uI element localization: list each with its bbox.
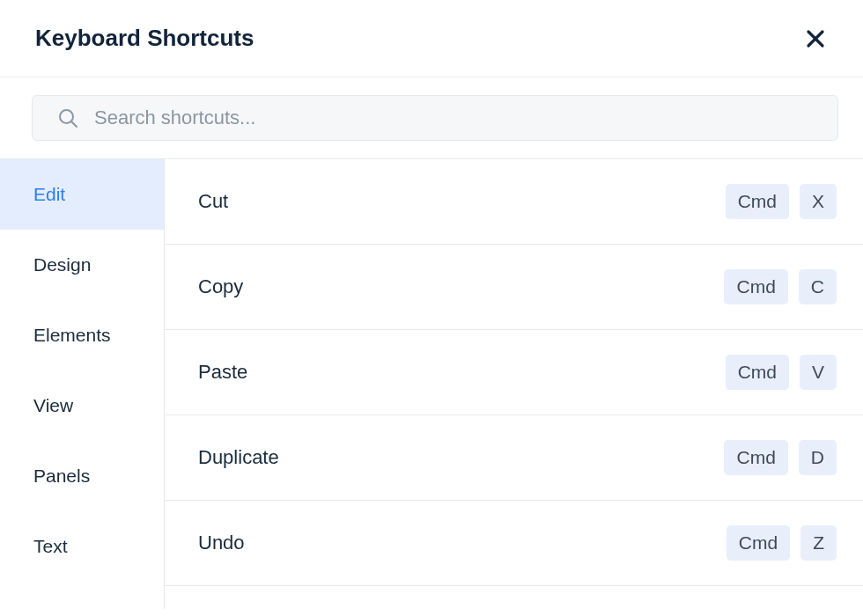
key-badge: X [800,184,837,219]
key-badge: Cmd [724,269,787,304]
sidebar-item-label: View [33,395,73,415]
sidebar-item-label: Edit [33,184,65,204]
key-badge: D [799,440,837,475]
sidebar-item-edit[interactable]: Edit [0,159,164,230]
key-badge: Cmd [726,184,789,219]
shortcut-label: Duplicate [198,446,279,469]
close-icon[interactable] [803,26,828,51]
shortcut-row: Cut Cmd X [165,159,863,245]
key-badge: Cmd [724,440,787,475]
key-badge: Z [800,525,837,561]
search-container [0,77,863,158]
dialog-header: Keyboard Shortcuts [0,0,863,77]
shortcut-row: Duplicate Cmd D [165,415,863,501]
shortcut-row: Paste Cmd V [165,330,863,415]
sidebar-item-text[interactable]: Text [0,511,164,582]
sidebar-item-label: Text [33,536,68,556]
shortcut-keys: Cmd X [726,184,837,219]
search-box[interactable] [32,95,838,141]
shortcut-list: Cut Cmd X Copy Cmd C Paste Cmd V Duplica… [164,159,863,609]
dialog-title: Keyboard Shortcuts [35,25,254,52]
key-badge: Cmd [727,525,790,561]
sidebar-item-label: Elements [33,325,111,345]
svg-line-3 [71,121,77,127]
key-badge: C [799,269,837,304]
sidebar-item-design[interactable]: Design [0,230,164,300]
search-icon [57,107,78,128]
shortcut-label: Cut [198,190,228,213]
sidebar-item-label: Panels [33,466,90,486]
shortcut-row: Undo Cmd Z [165,501,863,586]
search-input[interactable] [94,106,823,129]
sidebar-item-elements[interactable]: Elements [0,300,164,370]
dialog-body: Edit Design Elements View Panels Text Cu… [0,158,863,609]
sidebar-item-view[interactable]: View [0,370,164,441]
shortcut-keys: Cmd Z [727,525,837,561]
shortcut-keys: Cmd V [726,355,837,390]
sidebar-item-panels[interactable]: Panels [0,441,164,511]
key-badge: Cmd [726,355,789,390]
shortcut-row: Copy Cmd C [165,245,863,330]
shortcut-keys: Cmd D [724,440,837,475]
key-badge: V [800,355,837,390]
sidebar: Edit Design Elements View Panels Text [0,159,164,609]
shortcut-label: Copy [198,275,243,298]
sidebar-item-label: Design [33,254,91,275]
shortcut-label: Undo [198,532,245,554]
shortcut-label: Paste [198,361,247,384]
shortcut-keys: Cmd C [724,269,837,304]
